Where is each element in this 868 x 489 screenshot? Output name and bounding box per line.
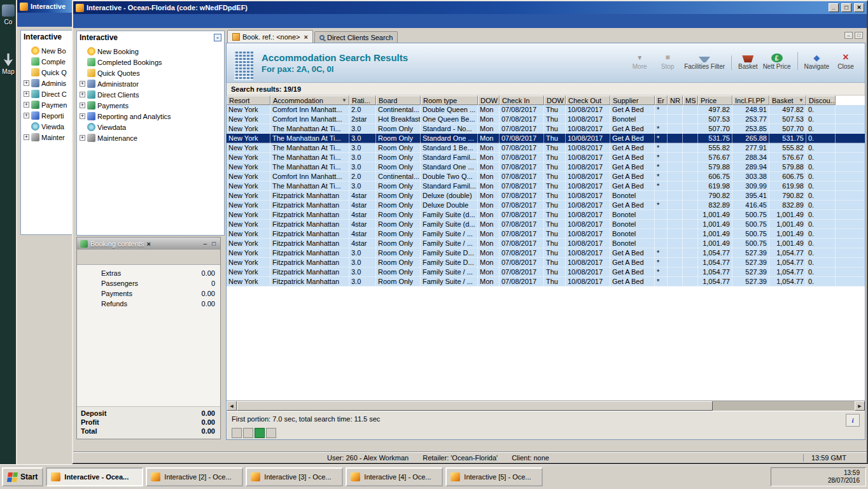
tree-item[interactable]: + Mainter: [21, 132, 72, 143]
close-button[interactable]: [854, 3, 864, 12]
expander-icon[interactable]: +: [24, 80, 29, 86]
expander-icon[interactable]: +: [80, 92, 85, 97]
tray-icon[interactable]: [789, 473, 797, 481]
tree-item[interactable]: + Administrator: [77, 78, 224, 89]
clock[interactable]: 13:59 28/07/2016: [825, 469, 860, 485]
column-header[interactable]: DOW: [544, 96, 566, 105]
tree-item[interactable]: + Maintenance: [77, 132, 224, 143]
toolbar-button[interactable]: Stop: [656, 52, 679, 70]
expander-icon[interactable]: +: [80, 135, 85, 141]
scrollbar-track[interactable]: [713, 401, 855, 411]
tree-item[interactable]: + Payments: [77, 100, 224, 111]
tree-item[interactable]: New Bo: [21, 45, 72, 56]
column-header[interactable]: Discou...: [806, 96, 836, 105]
toolbar-button[interactable]: Facilities Filter: [684, 57, 725, 70]
booking-toolbar-button[interactable]: [194, 252, 204, 262]
table-row[interactable]: New York Fitzpatrick Manhattan 4star Roo…: [227, 201, 865, 210]
booking-contents-header[interactable]: Booking contents: [77, 237, 220, 250]
table-row[interactable]: New York The Manhattan At Ti... 3.0 Room…: [227, 134, 865, 143]
column-header[interactable]: DOW: [478, 96, 500, 105]
table-row[interactable]: New York The Manhattan At Ti... 3.0 Room…: [227, 153, 865, 162]
table-row[interactable]: New York The Manhattan At Ti... 3.0 Room…: [227, 181, 865, 191]
column-header[interactable]: Supplier: [610, 96, 655, 105]
expander-icon[interactable]: +: [24, 134, 29, 140]
table-row[interactable]: New York Fitzpatrick Manhattan 4star Roo…: [227, 229, 865, 239]
view-tab[interactable]: [243, 428, 253, 438]
booking-toolbar-button[interactable]: [161, 252, 171, 262]
booking-toolbar-button[interactable]: [111, 252, 121, 262]
booking-contents-maximize-button[interactable]: [211, 240, 217, 247]
tree-item[interactable]: Viewdata: [77, 122, 224, 132]
column-header[interactable]: Room type: [421, 96, 478, 105]
toolbar-button[interactable]: More: [628, 52, 651, 70]
table-row[interactable]: New York Fitzpatrick Manhattan 4star Roo…: [227, 239, 865, 248]
column-header[interactable]: Accommodation ▼: [270, 96, 349, 105]
tree-item[interactable]: + Direct Clients: [77, 89, 224, 100]
collapse-panel-button[interactable]: [214, 34, 221, 41]
background-title-bar[interactable]: Interactive: [17, 0, 72, 13]
expander-icon[interactable]: +: [24, 102, 29, 108]
column-header[interactable]: Resort: [227, 96, 270, 105]
column-header[interactable]: Price: [698, 96, 732, 105]
tree-item[interactable]: + Direct C: [21, 89, 72, 99]
document-tab[interactable]: Book. ref.: <none> ×: [227, 30, 313, 43]
maximize-button[interactable]: [841, 3, 851, 12]
tray-icon[interactable]: [777, 473, 785, 481]
taskbar-button[interactable]: Interactive [4] - Oce...: [346, 467, 443, 486]
menu-item[interactable]: [76, 20, 87, 22]
view-tab[interactable]: [266, 428, 276, 438]
column-header[interactable]: Er: [655, 96, 668, 105]
booking-contents-minimize-button[interactable]: [202, 240, 208, 247]
table-row[interactable]: New York Fitzpatrick Manhattan 3.0 Room …: [227, 248, 865, 258]
booking-toolbar-button[interactable]: [144, 252, 154, 262]
expander-icon[interactable]: +: [80, 103, 85, 108]
filter-icon[interactable]: ▼: [799, 97, 804, 103]
expander-icon[interactable]: +: [80, 81, 85, 87]
filter-icon[interactable]: ▼: [342, 97, 347, 103]
table-row[interactable]: New York Fitzpatrick Manhattan 4star Roo…: [227, 191, 865, 201]
menu-item[interactable]: [20, 18, 31, 21]
column-header[interactable]: Rati...: [349, 96, 376, 105]
table-row[interactable]: New York Comfort Inn Manhatt... 2.0 Cont…: [227, 172, 865, 181]
tab-close-icon[interactable]: ×: [304, 33, 308, 41]
view-tab[interactable]: [255, 428, 265, 438]
tree-item[interactable]: + Paymen: [21, 99, 72, 110]
title-bar[interactable]: Interactive - Ocean-Florida (code: wNedF…: [73, 1, 867, 14]
column-header[interactable]: Check Out: [566, 96, 610, 105]
scroll-right-button[interactable]: [855, 401, 865, 411]
table-row[interactable]: New York The Manhattan At Ti... 3.0 Room…: [227, 124, 865, 134]
scroll-left-button[interactable]: [227, 401, 237, 411]
expander-icon[interactable]: +: [24, 91, 29, 97]
desktop-icon[interactable]: Map: [0, 53, 18, 75]
tree-item[interactable]: Comple: [21, 56, 72, 67]
table-row[interactable]: New York Fitzpatrick Manhattan 3.0 Room …: [227, 258, 865, 267]
start-button[interactable]: Start: [2, 467, 43, 486]
tree-item[interactable]: Quick Q: [21, 67, 72, 78]
table-row[interactable]: New York Fitzpatrick Manhattan 3.0 Room …: [227, 277, 865, 287]
table-row[interactable]: New York Fitzpatrick Manhattan 4star Roo…: [227, 210, 865, 220]
tray-icon[interactable]: [801, 473, 809, 481]
booking-contents-close-icon[interactable]: [146, 240, 150, 248]
expander-icon[interactable]: +: [24, 113, 29, 118]
view-tab[interactable]: [232, 428, 242, 438]
tree-item[interactable]: Quick Quotes: [77, 67, 224, 78]
toolbar-button[interactable]: Navigate: [797, 52, 829, 70]
menu-item[interactable]: [87, 20, 99, 22]
column-header[interactable]: Check In: [500, 96, 544, 105]
column-header[interactable]: NR: [668, 96, 683, 105]
toolbar-button[interactable]: Nett Price: [763, 53, 791, 70]
minimize-button[interactable]: [829, 3, 839, 12]
tree-item[interactable]: Viewda: [21, 121, 72, 132]
column-header[interactable]: Board: [376, 96, 421, 105]
table-row[interactable]: New York Comfort Inn Manhatt... 2star Ho…: [227, 115, 865, 124]
taskbar-button[interactable]: Interactive [3] - Oce...: [246, 467, 343, 486]
column-header[interactable]: Basket ▼: [769, 96, 806, 105]
panel-minimize-button[interactable]: [844, 32, 853, 39]
desktop-icon[interactable]: Co: [0, 4, 18, 25]
column-header[interactable]: MS: [683, 96, 698, 105]
info-button[interactable]: [846, 414, 860, 427]
table-row[interactable]: New York The Manhattan At Ti... 3.0 Room…: [227, 162, 865, 172]
table-row[interactable]: New York The Manhattan At Ti... 3.0 Room…: [227, 143, 865, 153]
menu-item[interactable]: [31, 18, 43, 21]
tray-icon[interactable]: [813, 473, 822, 481]
